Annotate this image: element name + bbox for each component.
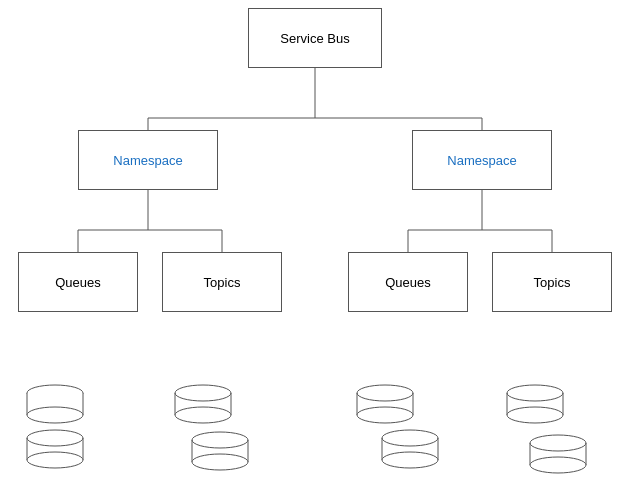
- svg-point-32: [357, 407, 413, 423]
- queues2-label: Queues: [385, 275, 431, 290]
- topics2-label: Topics: [534, 275, 571, 290]
- svg-point-12: [27, 385, 83, 401]
- svg-point-41: [530, 435, 586, 451]
- svg-point-36: [382, 452, 438, 468]
- svg-point-33: [382, 430, 438, 446]
- svg-point-17: [27, 430, 83, 446]
- topics1-label: Topics: [204, 275, 241, 290]
- connector-lines: [0, 0, 630, 501]
- svg-point-29: [357, 385, 413, 401]
- namespace2-label: Namespace: [447, 153, 516, 168]
- namespace1-label: Namespace: [113, 153, 182, 168]
- svg-point-37: [507, 385, 563, 401]
- svg-point-20: [27, 452, 83, 468]
- queues1-label: Queues: [55, 275, 101, 290]
- service-bus-box: Service Bus: [248, 8, 382, 68]
- svg-point-16: [27, 407, 83, 423]
- architecture-diagram: Service Bus Namespace Namespace Queues T…: [0, 0, 630, 501]
- svg-point-40: [507, 407, 563, 423]
- topics1-box: Topics: [162, 252, 282, 312]
- service-bus-label: Service Bus: [280, 31, 349, 46]
- svg-point-44: [530, 457, 586, 473]
- svg-point-28: [192, 454, 248, 470]
- cylinder-shapes: [0, 0, 630, 501]
- namespace1-box: Namespace: [78, 130, 218, 190]
- svg-point-25: [192, 432, 248, 448]
- queues1-box: Queues: [18, 252, 138, 312]
- svg-point-24: [175, 407, 231, 423]
- topics2-box: Topics: [492, 252, 612, 312]
- svg-rect-13: [27, 393, 83, 415]
- queues2-box: Queues: [348, 252, 468, 312]
- svg-point-21: [175, 385, 231, 401]
- namespace2-box: Namespace: [412, 130, 552, 190]
